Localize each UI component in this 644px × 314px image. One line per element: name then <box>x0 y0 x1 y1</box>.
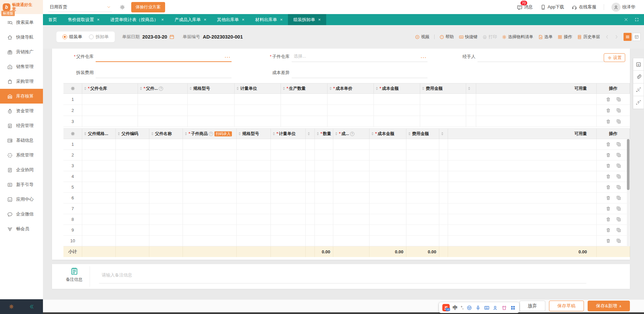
trial-button[interactable]: 体验行业方案 <box>131 2 165 12</box>
sidebar-item-clipboard[interactable]: 经营管理 <box>0 118 43 133</box>
sidebar-item-gift[interactable]: 营销推广 <box>0 45 43 59</box>
table-cell[interactable] <box>466 94 476 105</box>
sidebar-item-home[interactable]: 快捷导航 <box>0 30 43 45</box>
column-header[interactable]: 父件规格... <box>82 129 116 139</box>
ime-punctuation-icon[interactable]: °, <box>461 305 463 310</box>
table-cell[interactable] <box>281 105 328 116</box>
table-cell[interactable] <box>237 214 271 225</box>
copy-row-icon[interactable] <box>616 119 621 124</box>
table-cell[interactable] <box>237 225 271 235</box>
gear-column-header[interactable] <box>63 83 82 93</box>
lookup-dots-icon[interactable]: ··· <box>421 55 427 60</box>
table-cell[interactable] <box>328 116 374 127</box>
table-cell[interactable] <box>183 214 237 225</box>
settings-button[interactable]: 设置 <box>604 53 625 62</box>
column-header[interactable] <box>306 129 315 139</box>
table-cell[interactable] <box>149 161 183 171</box>
sidebar-item-wechat[interactable]: 企业微信 <box>0 207 43 222</box>
table-row[interactable]: 8 <box>63 214 630 225</box>
table-cell[interactable] <box>82 150 116 160</box>
sidebar-item-search[interactable]: 搜索菜单 <box>0 15 43 30</box>
table-cell[interactable] <box>406 214 439 225</box>
table-cell[interactable] <box>328 94 374 105</box>
table-scrollbar[interactable] <box>627 139 630 246</box>
fullscreen-button[interactable] <box>631 14 642 25</box>
table-cell[interactable] <box>183 203 237 214</box>
table-cell[interactable] <box>406 182 439 192</box>
table-cell[interactable] <box>235 116 281 127</box>
table-cell[interactable] <box>82 105 138 116</box>
user-menu[interactable]: 徐泽华 <box>611 3 635 12</box>
table-cell[interactable] <box>369 150 406 160</box>
online-service-button[interactable]: 在线客服 <box>572 4 596 10</box>
sort-icon[interactable] <box>239 132 241 135</box>
table-cell[interactable] <box>466 105 476 116</box>
select-child-button[interactable]: 子 <box>633 96 644 109</box>
table-cell[interactable] <box>82 161 116 171</box>
table-cell[interactable] <box>333 182 369 192</box>
copy-row-icon[interactable] <box>616 206 621 211</box>
table-cell[interactable] <box>183 225 237 235</box>
table-cell[interactable] <box>271 193 306 203</box>
ime-mode-toggle[interactable]: 中 <box>453 305 458 311</box>
table-cell[interactable] <box>149 150 183 160</box>
save-draft-button[interactable]: 保存草稿 <box>549 301 584 311</box>
table-cell[interactable] <box>82 203 116 214</box>
table-row[interactable]: 10 <box>63 236 630 246</box>
table-cell[interactable] <box>183 161 237 171</box>
sort-icon[interactable] <box>190 87 192 90</box>
tab-其他出库单[interactable]: 其他出库单× <box>212 14 250 25</box>
table-cell[interactable] <box>82 236 116 246</box>
table-cell[interactable] <box>116 161 149 171</box>
sidebar-item-vip[interactable]: 畅会员 <box>0 222 43 236</box>
column-header[interactable]: *成本金额 <box>374 83 420 93</box>
keyboard-icon[interactable] <box>484 305 490 311</box>
column-header[interactable]: *生产数量 <box>281 83 328 93</box>
table-cell[interactable] <box>333 214 369 225</box>
delete-row-icon[interactable] <box>606 163 611 168</box>
table-cell[interactable] <box>369 203 406 214</box>
table-cell[interactable] <box>82 94 138 105</box>
delete-row-icon[interactable] <box>606 174 611 179</box>
date-value[interactable]: 2023-03-20 <box>142 34 167 40</box>
table-cell[interactable] <box>374 94 420 105</box>
table-cell[interactable] <box>82 139 116 149</box>
table-row[interactable]: 5 <box>63 182 630 193</box>
delete-row-icon[interactable] <box>606 152 611 158</box>
calendar-icon[interactable] <box>169 34 175 40</box>
copy-row-icon[interactable] <box>616 238 621 243</box>
close-tab-icon[interactable]: × <box>97 17 100 22</box>
table-cell[interactable] <box>315 161 333 171</box>
table-cell[interactable] <box>315 203 333 214</box>
sort-icon[interactable] <box>422 87 424 90</box>
table-cell[interactable] <box>116 193 149 203</box>
toolbar-hotkey-button[interactable]: 快捷键 <box>459 34 478 40</box>
table-cell[interactable] <box>271 182 306 192</box>
table-cell[interactable] <box>271 236 306 246</box>
toolbar-ops-button[interactable]: 操作 <box>557 34 572 40</box>
table-cell[interactable] <box>116 150 149 160</box>
sort-icon[interactable] <box>273 132 275 135</box>
sidebar-item-system[interactable]: 系统管理 <box>0 148 43 163</box>
sort-icon[interactable] <box>84 87 86 90</box>
table-cell[interactable] <box>149 225 183 235</box>
sort-icon[interactable] <box>330 87 332 90</box>
table-cell[interactable] <box>183 236 237 246</box>
table-cell[interactable] <box>149 193 183 203</box>
column-header[interactable]: 费用金额 <box>420 83 466 93</box>
table-cell[interactable] <box>333 203 369 214</box>
table-cell[interactable] <box>328 105 374 116</box>
copy-row-icon[interactable] <box>616 185 621 190</box>
discard-button[interactable]: 放弃 <box>519 301 545 311</box>
table-cell[interactable] <box>333 236 369 246</box>
table-cell[interactable] <box>271 150 306 160</box>
table-cell[interactable] <box>138 94 188 105</box>
table-cell[interactable] <box>466 116 476 127</box>
toolbar-video-button[interactable]: 视频 <box>415 34 430 40</box>
close-tab-icon[interactable]: × <box>280 17 283 22</box>
child-warehouse-input[interactable]: 选择...··· <box>292 52 428 62</box>
sort-icon[interactable] <box>376 87 378 90</box>
table-cell[interactable] <box>406 161 439 171</box>
table-cell[interactable] <box>188 105 235 116</box>
sort-icon[interactable] <box>84 132 86 135</box>
